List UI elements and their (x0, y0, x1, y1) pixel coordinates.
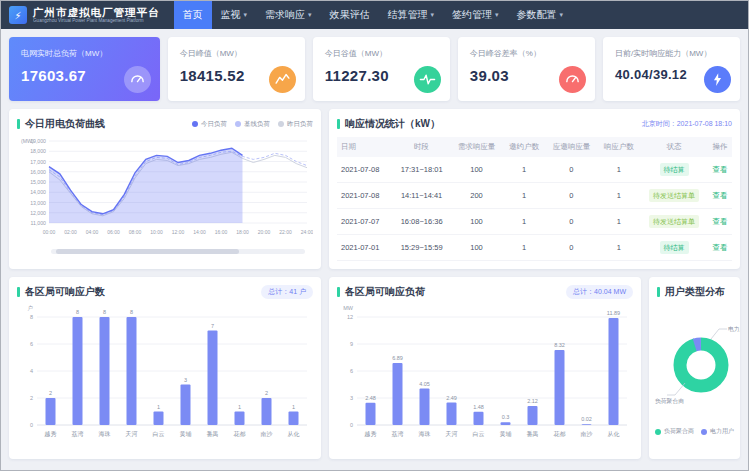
svg-text:3: 3 (350, 395, 353, 401)
svg-text:24:00: 24:00 (301, 229, 313, 235)
table-cell: 1 (503, 209, 546, 235)
gauge-icon (124, 66, 151, 93)
svg-text:1: 1 (238, 404, 241, 410)
svg-text:02:00: 02:00 (64, 229, 77, 235)
table-row: 2021-07-0115:29~15:59100101待结算查看 (337, 235, 732, 261)
svg-text:0: 0 (30, 422, 33, 428)
district-load-chart: 036912MW2.48越秀6.89荔湾4.05海珠2.49天河1.48白云0.… (337, 303, 633, 449)
table-cell: 100 (450, 235, 502, 261)
bar[interactable] (181, 385, 191, 426)
svg-text:海珠: 海珠 (419, 431, 431, 437)
legend-label: 负荷聚合商 (664, 427, 694, 436)
nav-item-2[interactable]: 需求响应▾ (256, 1, 321, 29)
legend-item[interactable]: 负荷聚合商 (655, 427, 694, 436)
bar[interactable] (154, 412, 164, 426)
bar[interactable] (474, 412, 484, 425)
nav-item-label: 结算管理 (388, 8, 428, 22)
bar[interactable] (289, 412, 299, 426)
view-link[interactable]: 查看 (713, 191, 728, 200)
svg-text:11.89: 11.89 (607, 310, 620, 316)
table-cell: 1 (503, 157, 546, 183)
svg-text:18:00: 18:00 (236, 229, 249, 235)
view-link[interactable]: 查看 (713, 243, 728, 252)
legend-item[interactable]: 电力用户 (701, 427, 734, 436)
legend-dot-icon (192, 121, 198, 127)
bar[interactable] (393, 363, 403, 425)
panel-accent (17, 287, 20, 297)
bar[interactable] (582, 424, 592, 425)
middle-row: 今日用电负荷曲线 今日负荷基线负荷昨日负荷 11,00012,00013,000… (9, 109, 740, 269)
status-badge: 待发送结算单 (649, 189, 699, 202)
table-row: 2021-07-0814:11~14:41200101待发送结算单查看 (337, 183, 732, 209)
bar[interactable] (235, 412, 245, 426)
legend-item[interactable]: 昨日负荷 (278, 120, 313, 129)
view-link[interactable]: 查看 (713, 217, 728, 226)
view-link[interactable]: 查看 (713, 165, 728, 174)
main-content: 电网实时总负荷（MW）17603.67今日峰值（MW）18415.52今日谷值（… (1, 29, 748, 467)
svg-text:(MW): (MW) (21, 138, 34, 144)
table-cell: 1 (597, 157, 640, 183)
bar[interactable] (46, 398, 56, 425)
svg-text:白云: 白云 (153, 431, 165, 438)
table-cell: 1 (503, 235, 546, 261)
bar[interactable] (609, 318, 619, 425)
table-cell: 1 (597, 235, 640, 261)
svg-text:16:00: 16:00 (215, 229, 228, 235)
bar[interactable] (555, 350, 565, 425)
bar[interactable] (127, 317, 137, 425)
bar[interactable] (528, 406, 538, 425)
nav-item-0[interactable]: 首页 (174, 1, 212, 29)
nav-item-4[interactable]: 结算管理▾ (379, 1, 444, 29)
svg-text:16,000: 16,000 (30, 169, 46, 175)
beijing-time-label: 北京时间：2021-07-08 18:10 (642, 119, 732, 129)
table-column-header: 邀约户数 (503, 137, 546, 157)
chart-scrollbar-handle[interactable] (56, 249, 239, 254)
svg-text:11,000: 11,000 (31, 220, 47, 226)
table-cell: 1 (597, 209, 640, 235)
svg-text:从化: 从化 (608, 431, 620, 438)
svg-text:8: 8 (76, 309, 79, 315)
nav-item-1[interactable]: 监视▾ (212, 1, 257, 29)
table-cell: 0 (545, 183, 597, 209)
nav-item-3[interactable]: 效果评估 (321, 1, 379, 29)
table-cell: 2021-07-07 (337, 209, 393, 235)
svg-text:从化: 从化 (288, 431, 300, 438)
bar[interactable] (447, 403, 457, 425)
bar[interactable] (73, 317, 83, 425)
bar[interactable] (208, 331, 218, 426)
user-type-legend: 负荷聚合商电力用户 (653, 427, 736, 436)
nav-item-6[interactable]: 参数配置▾ (508, 1, 573, 29)
table-row: 2021-07-0817:31~18:01100101待结算查看 (337, 157, 732, 183)
svg-text:08:00: 08:00 (129, 229, 142, 235)
svg-text:12:00: 12:00 (172, 229, 185, 235)
bar[interactable] (366, 403, 376, 425)
legend-item[interactable]: 今日负荷 (192, 120, 227, 129)
peak-icon (269, 66, 296, 93)
table-column-header: 时段 (393, 137, 451, 157)
svg-text:2: 2 (30, 395, 33, 401)
bottom-row: 各区局可响应户数 总计：41 户 02468户2越秀8荔湾8海珠8天河1白云3黄… (9, 277, 740, 459)
chevron-down-icon: ▾ (244, 11, 248, 19)
svg-text:04:00: 04:00 (86, 229, 99, 235)
legend-item[interactable]: 基线负荷 (235, 120, 270, 129)
svg-text:20:00: 20:00 (258, 229, 271, 235)
svg-text:7: 7 (211, 323, 214, 329)
district-households-chart: 02468户2越秀8荔湾8海珠8天河1白云3黄埔7番禺1花都2南沙1从化 (17, 303, 313, 449)
chart-scrollbar[interactable] (51, 249, 305, 254)
svg-text:00:00: 00:00 (43, 229, 56, 235)
svg-text:0.3: 0.3 (502, 414, 510, 420)
bar[interactable] (501, 422, 511, 425)
svg-text:2: 2 (265, 390, 268, 396)
bar[interactable] (100, 317, 110, 425)
chevron-down-icon: ▾ (560, 11, 564, 19)
bar[interactable] (420, 389, 430, 425)
response-stats-title: 响应情况统计（kW） (345, 117, 440, 131)
bar[interactable] (262, 398, 272, 425)
status-badge: 待结算 (660, 241, 689, 254)
nav-item-5[interactable]: 签约管理▾ (443, 1, 508, 29)
app-title: 广州市虚拟电厂管理平台 (33, 7, 160, 18)
donut-slice[interactable] (680, 344, 722, 386)
district-households-title: 各区局可响应户数 (25, 285, 105, 299)
load-curve-panel: 今日用电负荷曲线 今日负荷基线负荷昨日负荷 11,00012,00013,000… (9, 109, 321, 269)
table-column-header: 应邀响应量 (545, 137, 597, 157)
